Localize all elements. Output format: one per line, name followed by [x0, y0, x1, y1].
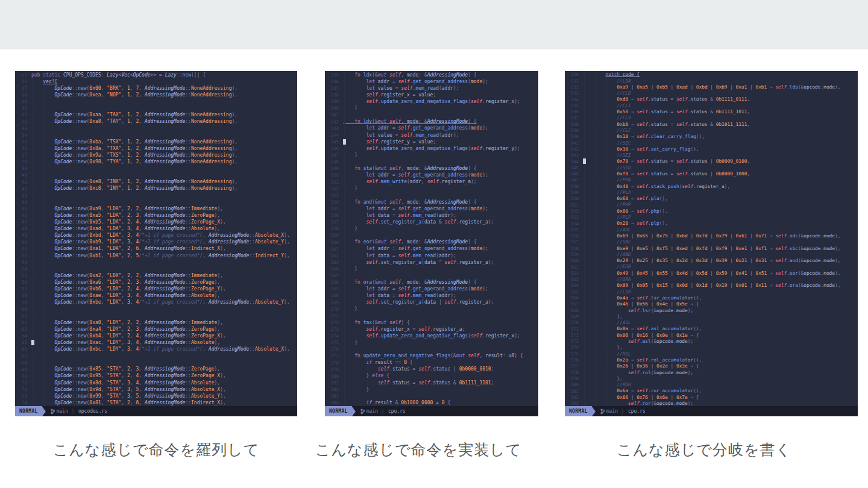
code-line[interactable]: 40│ │: [15, 172, 297, 179]
code-area-cpu-impl[interactable]: 135│ fn ldx(&mut self, mode: &Addressing…: [325, 71, 538, 407]
code-line[interactable]: 569│ │ │ },: [565, 314, 858, 320]
code-line[interactable]: 156│ │ let data = self.mem_read(addr);: [325, 212, 538, 219]
code-line[interactable]: 575│ │ │ //ROL: [565, 351, 858, 357]
code-line[interactable]: 178│ │ if result == 0 {: [325, 360, 538, 366]
code-line[interactable]: 55│ │ OpCode::new(0xa2, "LDX", 2, 2, Add…: [15, 272, 297, 279]
code-line[interactable]: 53│ │: [15, 259, 297, 266]
code-line[interactable]: 566│ │ │ 0x4a ⇒ self.lsr_accumulator(),: [565, 295, 858, 301]
code-line[interactable]: 578│ │ │ │ self.rol(&opcode.mode);: [565, 369, 858, 375]
code-line[interactable]: 45│ │ OpCode::new(0xa9, "LDA", 2, 2, Add…: [15, 205, 297, 212]
code-line[interactable]: 39│ │: [15, 166, 297, 172]
code-line[interactable]: 136│ │ let addr = self.get_operand_addre…: [325, 78, 538, 85]
code-line[interactable]: 32│ │ OpCode::new(0xa8, "TAY", 1, 2, Add…: [15, 119, 297, 125]
code-line[interactable]: 164│ }: [325, 266, 538, 272]
code-line[interactable]: 161│ │ let addr = self.get_operand_addre…: [325, 246, 538, 252]
code-line[interactable]: 577│ │ │ 0x26 | 0x36 | 0x2e | 0x3e ⇒ {: [565, 363, 858, 369]
code-line[interactable]: 568│ │ │ │ self.lsr(&opcode.mode);: [565, 307, 858, 313]
code-line[interactable]: 64│ │ OpCode::new(0xb4, "LDY", 2, 4, Add…: [15, 333, 297, 339]
code-line[interactable]: 538│ │ │ 0xb8 ⇒ self.status = self.statu…: [565, 121, 858, 127]
code-line[interactable]: 581│ │ │ 0x6a ⇒ self.ror_accumulator(),: [565, 388, 858, 394]
code-line[interactable]: 564│ │ │ 0x09 | 0x05 | 0x15 | 0x0d | 0x1…: [565, 283, 858, 289]
code-line[interactable]: 144│ │ let value = self.mem_read(addr);: [325, 132, 538, 139]
code-line[interactable]: 169│ │ self.set_register_a(data | self.r…: [325, 299, 538, 306]
code-line[interactable]: 579│ │ │ },: [565, 376, 858, 382]
code-line[interactable]: 72│ │ OpCode::new(0x9d, "STA", 3, 5, Add…: [15, 386, 297, 393]
code-line[interactable]: 571│ │ │ 0x0a ⇒ self.asl_accumulator(),: [565, 326, 858, 332]
code-line[interactable]: 176│: [325, 346, 538, 352]
code-line[interactable]: 54│ │: [15, 266, 297, 272]
code-line[interactable]: 167│ │ let addr = self.get_operand_addre…: [325, 286, 538, 293]
code-line[interactable]: 150│ │ let addr = self.get_operand_addre…: [325, 172, 538, 179]
code-line[interactable]: 66│ │ OpCode::new(0xbc, "LDY", 3, 4/*+1 …: [15, 346, 297, 352]
code-line[interactable]: 565│ │ │ //LSR: [565, 289, 858, 295]
code-line[interactable]: 29│ │: [15, 98, 297, 105]
code-line[interactable]: 168│ │ let data = self.mem_read(addr);: [325, 293, 538, 299]
code-line[interactable]: 154│ fn and(&mut self, mode: &Addressing…: [325, 199, 538, 205]
code-line[interactable]: 562│ │ │ 0x49 | 0x45 | 0x55 | 0x4d | 0x5…: [565, 271, 858, 277]
code-line[interactable]: 162│ │ let data = self.mem_read(addr);: [325, 252, 538, 259]
code-line[interactable]: 580│ │ │ //ROR: [565, 382, 858, 388]
code-line[interactable]: 158│ }: [325, 226, 538, 233]
code-line[interactable]: 542│ │ │ 0x38 ⇒ self.set_carry_flag(),: [565, 146, 858, 152]
code-line[interactable]: 166│ fn ora(&mut self, mode: &Addressing…: [325, 279, 538, 286]
code-line[interactable]: 141│: [325, 112, 538, 119]
code-line[interactable]: 533│ │ │ //CLD: [565, 90, 858, 96]
code-line[interactable]: 550│ │ │ 0x68 ⇒ self.pla(),: [565, 196, 858, 202]
code-line[interactable]: 74│ │ OpCode::new(0x81, "STA", 2, 6, Add…: [15, 399, 297, 406]
code-line[interactable]: 555│ │ │ //ADC: [565, 227, 858, 233]
code-line[interactable]: 546│ │ │ 0xf8 ⇒ self.status = self.statu…: [565, 171, 858, 177]
code-line[interactable]: 559│ │ │ //AND: [565, 252, 858, 258]
code-line[interactable]: 570│ │ │ //ASL: [565, 320, 858, 326]
code-line[interactable]: 65 │ OpCode::new(0xac, "LDY", 3, 4, Addr…: [15, 339, 297, 346]
code-line[interactable]: 536│ │ │ 0x58 ⇒ self.status = self.statu…: [565, 109, 858, 115]
code-line[interactable]: 157│ │ self.set_register_a(data & self.r…: [325, 219, 538, 225]
code-line[interactable]: 46│ │ OpCode::new(0xa5, "LDA", 2, 3, Add…: [15, 212, 297, 219]
code-line[interactable]: 553│ │ │ //PLP: [565, 214, 858, 221]
code-line[interactable]: 47│ │ OpCode::new(0xb5, "LDA", 2, 4, Add…: [15, 219, 297, 225]
code-line[interactable]: 184│ │ if result & 0b1000_0000 ≠ 0 {: [325, 399, 538, 406]
code-line[interactable]: 143│ │ let addr = self.get_operand_addre…: [325, 125, 538, 132]
code-line[interactable]: 63│ │ OpCode::new(0xa4, "LDY", 2, 3, Add…: [15, 326, 297, 333]
code-line[interactable]: 35│ │ OpCode::new(0xba, "TSX", 1, 2, Add…: [15, 139, 297, 145]
code-line[interactable]: 148│: [325, 158, 538, 165]
code-line[interactable]: 142│ fn ldy(&mut self, mode: &Addressing…: [325, 119, 538, 125]
code-line[interactable]: 547│ │ │ //PHA: [565, 177, 858, 183]
code-line[interactable]: 140│ }: [325, 105, 538, 112]
code-line[interactable]: 155│ │ let addr = self.get_operand_addre…: [325, 205, 538, 212]
code-line[interactable]: 38│ │ OpCode::new(0x98, "TYA", 1, 2, Add…: [15, 158, 297, 165]
code-line[interactable]: 567│ │ │ 0x46 | 0x56 | 0x4e | 0x5e ⇒ {: [565, 301, 858, 307]
code-line[interactable]: 50│ │ OpCode::new(0xb9, "LDA", 3, 4/*+1 …: [15, 239, 297, 246]
code-line[interactable]: 52│ │ OpCode::new(0xb1, "LDA", 2, 5/*+1 …: [15, 252, 297, 259]
code-line[interactable]: 138│ │ self.register_x = value;: [325, 92, 538, 98]
code-line[interactable]: 61│ │: [15, 313, 297, 319]
code-line[interactable]: 548│ │ │ 0x48 ⇒ self.stack_push(self.reg…: [565, 183, 858, 189]
code-line[interactable]: 59│ │ OpCode::new(0xbe, "LDX", 3, 4/*+1 …: [15, 299, 297, 306]
code-line[interactable]: 174│ │ self.update_zero_and_negative_fla…: [325, 333, 538, 339]
code-line[interactable]: 554│ │ │ 0x28 ⇒ self.plp(),: [565, 221, 858, 227]
code-line[interactable]: 170│ }: [325, 306, 538, 313]
code-line[interactable]: 541│ │ │ //SEC: [565, 140, 858, 146]
code-line[interactable]: 137│ │ let value = self.mem_read(addr);: [325, 85, 538, 92]
code-line[interactable]: 135│ fn ldx(&mut self, mode: &Addressing…: [325, 72, 538, 78]
code-line[interactable]: 543│ │ │ //SEI: [565, 152, 858, 158]
code-line[interactable]: 146│ │ self.update_zero_and_negative_fla…: [325, 145, 538, 152]
code-line[interactable]: 30│ │: [15, 105, 297, 112]
code-line[interactable]: 33│ │: [15, 125, 297, 132]
code-line[interactable]: 179│ │ │ self.status = self.status | 0b0…: [325, 366, 538, 373]
code-line[interactable]: 73│ │ OpCode::new(0x99, "STA", 3, 5, Add…: [15, 393, 297, 399]
code-line[interactable]: 28│ │ OpCode::new(0xea, "NOP", 1, 2, Add…: [15, 92, 297, 98]
code-line[interactable]: 563│ │ │ //ORA: [565, 277, 858, 283]
code-line[interactable]: 43│ │: [15, 192, 297, 199]
code-line[interactable]: 147│ }: [325, 152, 538, 158]
code-line[interactable]: 42│ │ OpCode::new(0xc8, "INY", 1, 2, Add…: [15, 186, 297, 192]
code-line[interactable]: 159│: [325, 233, 538, 239]
code-line[interactable]: 31│ │ OpCode::new(0xaa, "TAX", 1, 2, Add…: [15, 112, 297, 119]
code-line[interactable]: 531│ │ │ //LDA: [565, 78, 858, 84]
code-line[interactable]: 549│ │ │ //PLA: [565, 190, 858, 196]
code-area-cpu-match[interactable]: 530│ │ match code {531│ │ │ //LDA532│ │ …: [565, 71, 858, 407]
code-line[interactable]: 534│ │ │ 0xd8 ⇒ self.status = self.statu…: [565, 96, 858, 102]
code-line[interactable]: 558│ │ │ 0xe9 | 0xe5 | 0xf5 | 0xed | 0xf…: [565, 245, 858, 251]
code-line[interactable]: 551│ │ │ //PHP: [565, 202, 858, 208]
code-line[interactable]: 574│ │ │ },: [565, 345, 858, 351]
code-line[interactable]: 539│ │ │ //CLC: [565, 128, 858, 134]
